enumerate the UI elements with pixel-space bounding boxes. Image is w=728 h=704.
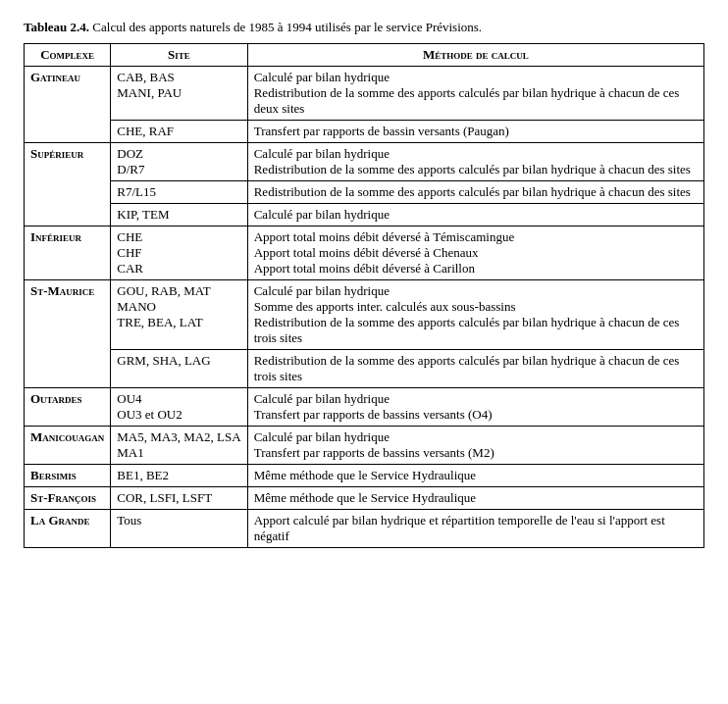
cell-site: KIP, TEM: [111, 204, 247, 226]
cell-methode: Calculé par bilan hydriqueRedistribution…: [247, 67, 703, 121]
cell-complexe: St-François: [25, 487, 111, 510]
header-complexe: Complexe: [25, 44, 111, 67]
cell-complexe: Outardes: [25, 388, 111, 427]
cell-complexe: Inférieur: [25, 226, 111, 280]
cell-site: OU4OU3 et OU2: [111, 388, 247, 427]
cell-site: R7/L15: [111, 181, 247, 204]
cell-site: COR, LSFI, LSFT: [111, 487, 247, 510]
cell-methode: Calculé par bilan hydriqueSomme des appo…: [247, 280, 703, 350]
cell-complexe: Manicouagan: [25, 427, 111, 465]
cell-complexe: La Grande: [25, 510, 111, 548]
cell-complexe: Bersimis: [25, 465, 111, 487]
cell-site: CAB, BASMANI, PAU: [111, 67, 247, 121]
cell-site: Tous: [111, 510, 247, 548]
cell-methode: Transfert par rapports de bassin versant…: [247, 121, 703, 143]
cell-site: GRM, SHA, LAG: [111, 350, 247, 388]
caption-text: Calcul des apports naturels de 1985 à 19…: [89, 20, 482, 34]
main-table: Complexe Site Méthode de calcul Gatineau…: [24, 43, 704, 548]
cell-methode: Apport calculé par bilan hydrique et rép…: [247, 510, 703, 548]
cell-methode: Redistribution de la somme des apports c…: [247, 350, 703, 388]
cell-site: BE1, BE2: [111, 465, 247, 487]
cell-site: CHE, RAF: [111, 121, 247, 143]
cell-complexe: Gatineau: [25, 67, 111, 143]
cell-site: CHECHFCAR: [111, 226, 247, 280]
cell-methode: Redistribution de la somme des apports c…: [247, 181, 703, 204]
header-site: Site: [111, 44, 247, 67]
cell-site: GOU, RAB, MATMANOTRE, BEA, LAT: [111, 280, 247, 350]
cell-methode: Calculé par bilan hydriqueRedistribution…: [247, 143, 703, 181]
cell-methode: Calculé par bilan hydrique: [247, 204, 703, 226]
caption-label: Tableau 2.4.: [24, 20, 89, 34]
cell-methode: Calculé par bilan hydriqueTransfert par …: [247, 388, 703, 427]
cell-complexe: Supérieur: [25, 143, 111, 226]
table-caption: Tableau 2.4. Calcul des apports naturels…: [24, 20, 704, 35]
cell-complexe: St-Maurice: [25, 280, 111, 388]
cell-methode: Calculé par bilan hydriqueTransfert par …: [247, 427, 703, 465]
cell-site: MA5, MA3, MA2, LSAMA1: [111, 427, 247, 465]
cell-methode: Même méthode que le Service Hydraulique: [247, 487, 703, 510]
cell-methode: Même méthode que le Service Hydraulique: [247, 465, 703, 487]
header-methode: Méthode de calcul: [247, 44, 703, 67]
cell-site: DOZD/R7: [111, 143, 247, 181]
cell-methode: Apport total moins débit déversé à Témis…: [247, 226, 703, 280]
